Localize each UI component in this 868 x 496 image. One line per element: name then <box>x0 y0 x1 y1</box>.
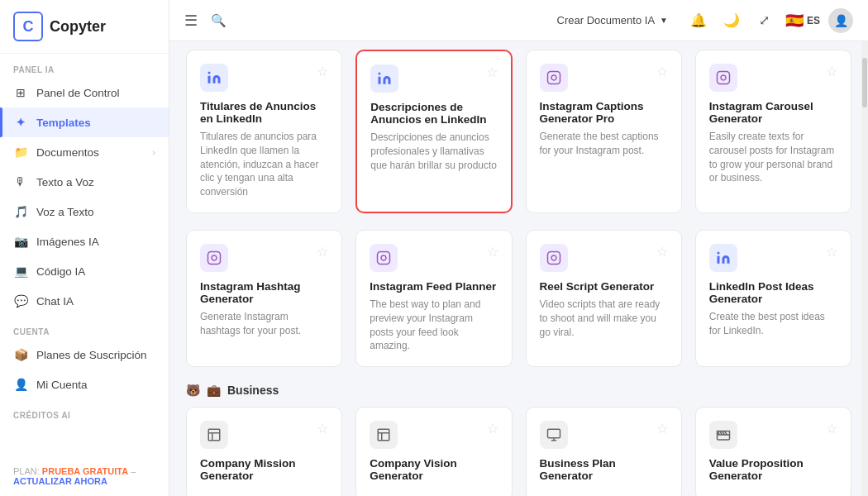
user-icon: 👤 <box>13 377 28 392</box>
scrollbar-thumb[interactable] <box>862 58 867 107</box>
flag-emoji: 🇪🇸 <box>785 12 804 30</box>
sidebar-item-panel-control[interactable]: ⊞ Panel de Control <box>0 78 169 107</box>
search-icon[interactable]: 🔍 <box>207 10 229 31</box>
plan-icon: 📦 <box>13 347 28 362</box>
star-icon[interactable]: ☆ <box>487 244 498 260</box>
card-header: ☆ <box>200 421 328 449</box>
sidebar-item-texto-voz[interactable]: 🎙 Texto a Voz <box>0 167 169 197</box>
sidebar-item-label: Mi Cuenta <box>36 379 155 391</box>
content-area: ☆ Titulares de Anuncios en LinkedIn Titu… <box>169 41 868 496</box>
card-title: Reel Script Generator <box>540 280 668 293</box>
chevron-right-icon: › <box>152 147 155 157</box>
card-linkedin-post-ideas[interactable]: ☆ LinkedIn Post Ideas Generator Create t… <box>695 230 851 367</box>
code-icon: 💻 <box>13 264 28 279</box>
logo-name: Copyter <box>50 18 106 36</box>
linkedin-icon <box>200 64 228 92</box>
sidebar-item-codigo[interactable]: 💻 Código IA <box>0 256 169 286</box>
star-icon[interactable]: ☆ <box>826 244 837 260</box>
svg-rect-13 <box>208 429 220 441</box>
svg-point-0 <box>208 72 211 74</box>
sidebar-item-templates[interactable]: ✦ Templates <box>0 107 169 137</box>
star-icon[interactable]: ☆ <box>826 421 837 436</box>
hamburger-icon[interactable]: ☰ <box>184 12 198 30</box>
card-header: ☆ <box>200 64 328 92</box>
sidebar-item-label: Panel de Control <box>36 87 155 99</box>
creditos-label: CRÉDITOS AI <box>0 399 169 423</box>
camera-icon: 📷 <box>13 234 28 249</box>
sidebar-item-voz-texto[interactable]: 🎵 Voz a Texto <box>0 197 169 227</box>
wave-icon: 🎵 <box>13 204 28 219</box>
sidebar-item-label: Planes de Suscripción <box>36 349 155 361</box>
star-icon[interactable]: ☆ <box>656 64 668 79</box>
card-instagram-captions[interactable]: ☆ Instagram Captions Generator Pro Gener… <box>526 50 682 213</box>
star-icon[interactable]: ☆ <box>826 64 837 79</box>
instagram-row-grid: ☆ Instagram Hashtag Generator Generate I… <box>186 230 851 367</box>
card-titulares-linkedin[interactable]: ☆ Titulares de Anuncios en LinkedIn Titu… <box>186 50 342 213</box>
card-instagram-hashtag[interactable]: ☆ Instagram Hashtag Generator Generate I… <box>186 230 342 367</box>
star-icon[interactable]: ☆ <box>656 244 668 260</box>
card-header: ☆ <box>200 244 328 272</box>
clapperboard-icon <box>709 421 737 449</box>
star-icon[interactable]: ☆ <box>317 421 328 436</box>
card-business-plan[interactable]: ☆ Business Plan Generator <box>526 407 682 496</box>
linkedin-icon <box>709 244 737 272</box>
plan-upgrade-link[interactable]: ACTUALIZAR AHORA <box>13 476 107 486</box>
sidebar-item-label: Texto a Voz <box>36 176 155 188</box>
grid-icon: ⊞ <box>13 85 28 100</box>
card-title: LinkedIn Post Ideas Generator <box>709 280 837 305</box>
plan-separator: – <box>128 466 136 476</box>
svg-rect-8 <box>378 251 390 264</box>
card-company-vision[interactable]: ☆ Company Vision Generator <box>355 407 512 496</box>
building-icon <box>370 421 398 449</box>
star-icon[interactable]: ☆ <box>486 64 498 80</box>
sidebar-item-imagenes[interactable]: 📷 Imágenes IA <box>0 227 169 256</box>
svg-rect-6 <box>208 251 221 264</box>
moon-icon[interactable]: 🌙 <box>719 8 744 33</box>
star-icon[interactable]: ☆ <box>487 421 498 436</box>
card-instagram-feed[interactable]: ☆ Instagram Feed Planner The best way to… <box>355 230 512 367</box>
logo-box: C <box>13 12 43 41</box>
sidebar-item-mi-cuenta[interactable]: 👤 Mi Cuenta <box>0 370 169 399</box>
svg-rect-4 <box>717 72 729 84</box>
plan-type[interactable]: PRUEBA GRATUITA <box>42 466 128 476</box>
language-selector[interactable]: 🇪🇸 ES <box>785 12 820 30</box>
star-icon[interactable]: ☆ <box>317 64 328 79</box>
star-icon[interactable]: ☆ <box>656 421 668 436</box>
linkedin-instagram-grid: ☆ Titulares de Anuncios en LinkedIn Titu… <box>186 50 851 213</box>
card-title: Descripciones de Anuncios en LinkedIn <box>370 101 497 126</box>
sidebar-item-planes[interactable]: 📦 Planes de Suscripción <box>0 340 169 370</box>
user-avatar[interactable]: 👤 <box>828 8 853 33</box>
card-reel-script[interactable]: ☆ Reel Script Generator Video scripts th… <box>526 230 682 367</box>
card-header: ☆ <box>709 421 837 449</box>
card-value-proposition[interactable]: ☆ Value Proposition Generator <box>695 407 851 496</box>
chevron-down-icon: ▼ <box>660 16 668 25</box>
expand-icon[interactable]: ⤢ <box>752 8 777 33</box>
bell-icon[interactable]: 🔔 <box>686 8 711 33</box>
card-desc: Video scripts that are ready to shoot an… <box>540 298 668 339</box>
svg-point-12 <box>717 251 719 254</box>
card-desc: Generate Instagram hashtags for your pos… <box>200 310 328 338</box>
card-title: Titulares de Anuncios en LinkedIn <box>200 100 328 125</box>
star-icon[interactable]: ☆ <box>317 244 328 260</box>
card-company-mission[interactable]: ☆ Company Mission Generator <box>186 407 342 496</box>
instagram-icon <box>370 244 398 272</box>
sidebar-item-label: Chat IA <box>36 295 155 308</box>
topbar: ☰ 🔍 Crear Documento IA ▼ 🔔 🌙 ⤢ 🇪🇸 ES 👤 <box>169 0 868 41</box>
instagram-icon <box>540 64 568 92</box>
card-header: ☆ <box>540 421 668 449</box>
card-desc: Create the best post ideas for LinkedIn. <box>709 310 837 338</box>
card-instagram-carousel[interactable]: ☆ Instagram Carousel Generator Easily cr… <box>695 50 851 213</box>
card-descripciones-linkedin[interactable]: ☆ Descripciones de Anuncios en LinkedIn … <box>355 50 512 213</box>
sidebar: C Copyter PANEL IA ⊞ Panel de Control ✦ … <box>0 0 169 496</box>
sidebar-logo: C Copyter <box>0 0 169 54</box>
mic-icon: 🎙 <box>13 174 28 189</box>
main-area: ☰ 🔍 Crear Documento IA ▼ 🔔 🌙 ⤢ 🇪🇸 ES 👤 <box>169 0 868 496</box>
svg-rect-2 <box>547 72 560 84</box>
crear-documento-button[interactable]: Crear Documento IA ▼ <box>549 10 676 31</box>
sidebar-item-documentos[interactable]: 📁 Documentos › <box>0 137 169 167</box>
card-title: Business Plan Generator <box>540 457 668 482</box>
cuenta-label: CUENTA <box>0 316 169 340</box>
sidebar-item-chat-ia[interactable]: 💬 Chat IA <box>0 286 169 316</box>
card-header: ☆ <box>709 64 837 92</box>
svg-rect-15 <box>547 429 560 438</box>
